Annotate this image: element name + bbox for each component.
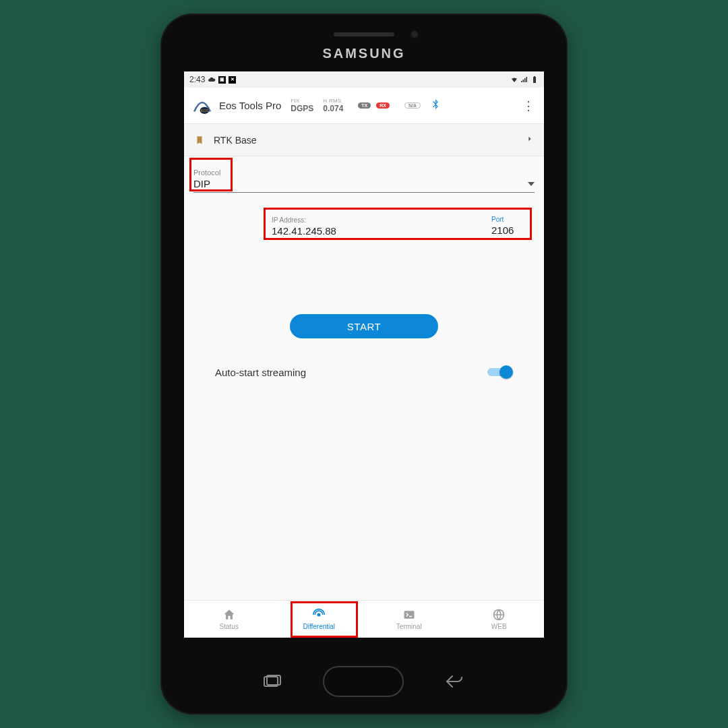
rx-badge: RX	[376, 102, 390, 109]
speaker-grille	[334, 32, 394, 36]
android-status-bar: 2:43 ▣ ✕	[184, 71, 544, 88]
ip-port-block: IP Address: Port	[272, 216, 528, 240]
nav-web[interactable]: WEB	[454, 601, 545, 638]
status-indicator-b: ✕	[229, 76, 236, 84]
protocol-select[interactable]: Protocol DIP	[193, 169, 535, 193]
protocol-label: Protocol	[193, 169, 535, 177]
nav-differential-label: Differential	[303, 623, 335, 630]
nav-web-label: WEB	[491, 623, 507, 630]
back-button[interactable]	[446, 675, 464, 688]
port-field[interactable]: Port	[491, 216, 528, 240]
tx-badge: TX	[358, 102, 371, 109]
nav-differential[interactable]: Differential	[274, 601, 365, 638]
wifi-icon	[510, 75, 518, 84]
hrms-label: H RMS	[323, 98, 341, 104]
cloud-icon	[208, 75, 216, 84]
chevron-right-icon	[526, 134, 533, 146]
overflow-menu-icon[interactable]: ⋮	[520, 98, 537, 113]
protocol-value: DIP	[193, 178, 210, 189]
hrms-metric: H RMS 0.074	[323, 98, 343, 113]
home-button[interactable]	[323, 666, 404, 697]
rtk-base-label: RTK Base	[214, 135, 257, 146]
fix-label: FIX	[291, 98, 299, 104]
nav-status-label: Status	[220, 623, 239, 630]
fix-metric: FIX DGPS	[291, 98, 313, 113]
na-badge: N/A	[404, 102, 421, 109]
hrms-value: 0.074	[323, 104, 343, 113]
nav-status[interactable]: Status	[184, 601, 274, 638]
fix-value: DGPS	[291, 104, 313, 113]
screen: 2:43 ▣ ✕ EOS	[183, 71, 545, 638]
svg-point-2	[317, 613, 321, 617]
svg-text:EOS: EOS	[201, 109, 208, 113]
recents-button[interactable]	[264, 675, 281, 688]
auto-start-label: Auto-start streaming	[215, 367, 306, 378]
status-indicator-a: ▣	[218, 76, 226, 84]
device-brand: SAMSUNG	[322, 46, 405, 61]
start-button[interactable]: START	[290, 314, 438, 338]
ip-label: IP Address:	[272, 216, 486, 224]
battery-icon	[530, 75, 539, 84]
svg-rect-3	[404, 611, 414, 619]
auto-start-row: Auto-start streaming	[215, 365, 513, 379]
bookmark-icon	[195, 134, 204, 146]
auto-start-toggle[interactable]	[486, 365, 513, 379]
ip-address-field[interactable]: IP Address:	[272, 216, 486, 240]
port-input[interactable]	[491, 223, 528, 240]
nav-terminal-label: Terminal	[396, 623, 422, 630]
port-label: Port	[491, 216, 528, 223]
nav-terminal[interactable]: Terminal	[364, 601, 454, 638]
front-camera	[411, 31, 418, 38]
bluetooth-icon[interactable]	[430, 96, 441, 115]
app-title: Eos Tools Pro	[219, 100, 281, 111]
status-time: 2:43	[189, 75, 205, 84]
signal-icon	[520, 75, 528, 84]
dropdown-arrow-icon	[528, 182, 535, 186]
hardware-buttons	[160, 666, 568, 697]
device-frame: SAMSUNG 2:43 ▣ ✕	[160, 13, 568, 715]
bottom-nav: Status Differential Terminal WEB	[184, 600, 544, 638]
rtk-base-row[interactable]: RTK Base	[184, 124, 544, 156]
app-logo: EOS	[191, 96, 214, 115]
app-header: EOS Eos Tools Pro FIX DGPS H RMS 0.074 T…	[184, 88, 544, 124]
ip-input[interactable]	[272, 224, 486, 240]
